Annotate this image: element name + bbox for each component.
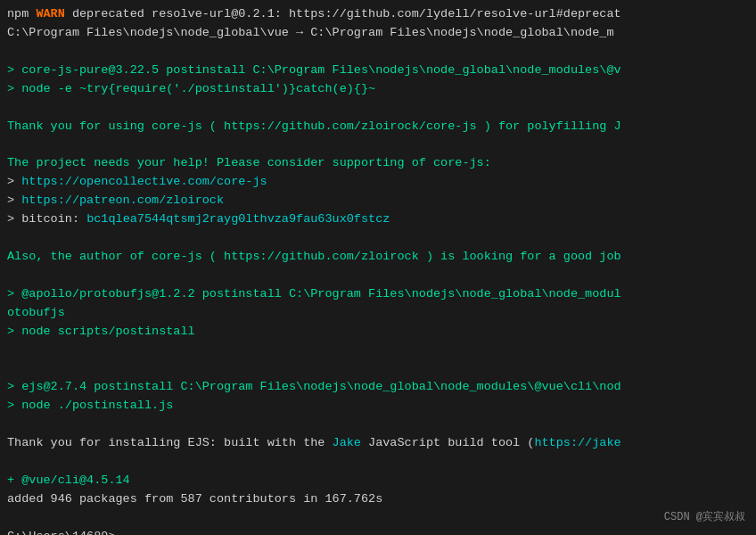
terminal-line: > @apollo/protobufjs@1.2.2 postinstall C…	[7, 285, 749, 304]
text-segment: >	[7, 175, 21, 188]
terminal-line: C:\Program Files\nodejs\node_global\vue …	[7, 24, 749, 43]
terminal-line: otobufjs	[7, 304, 749, 323]
terminal-line: > core-js-pure@3.22.5 postinstall C:\Pro…	[7, 62, 749, 80]
terminal-line	[7, 267, 749, 285]
terminal-line	[7, 229, 749, 248]
terminal-line: added 946 packages from 587 contributors…	[7, 490, 749, 509]
terminal-line: > node scripts/postinstall	[7, 323, 749, 342]
jake-link: Jake	[333, 436, 361, 449]
bitcoin-address: bc1qlea7544qtsmj2rayg0lthvza9fau63ux0fst…	[86, 212, 390, 226]
terminal-line	[7, 43, 749, 62]
terminal-line: > https://opencollective.com/core-js	[7, 173, 749, 192]
warn-badge: WARN	[36, 7, 64, 21]
jake-url: https://jake	[534, 436, 620, 449]
terminal-line: + @vue/cli@4.5.14	[7, 472, 749, 490]
terminal-line: npm WARN deprecated resolve-url@0.2.1: h…	[7, 5, 749, 24]
text-segment: deprecated resolve-url@0.2.1: https://gi…	[65, 7, 621, 21]
terminal-line	[7, 99, 749, 118]
terminal-line: > ejs@2.7.4 postinstall C:\Program Files…	[7, 378, 749, 397]
link-text: https://opencollective.com/core-js	[21, 175, 267, 188]
terminal-prompt-line: C:\Users\14689>	[7, 528, 749, 535]
terminal-line	[7, 136, 749, 154]
terminal-line: Thank you for using core-js ( https://gi…	[7, 118, 749, 136]
text-segment: npm	[7, 7, 36, 21]
terminal-line: > node -e ~try{require('./postinstall')}…	[7, 80, 749, 99]
text-segment: Thank you for installing EJS: built with…	[7, 436, 333, 449]
terminal-line	[7, 342, 749, 360]
terminal-output: npm WARN deprecated resolve-url@0.2.1: h…	[7, 5, 749, 535]
text-segment: >	[7, 193, 21, 207]
terminal-line	[7, 416, 749, 434]
text-segment: > bitcoin:	[7, 212, 86, 226]
terminal-line	[7, 509, 749, 528]
terminal-line: The project needs your help! Please cons…	[7, 154, 749, 173]
link-text: https://patreon.com/zloirock	[21, 193, 224, 207]
terminal-line	[7, 453, 749, 472]
terminal-line: Thank you for installing EJS: built with…	[7, 434, 749, 453]
terminal-line	[7, 360, 749, 379]
terminal-window: npm WARN deprecated resolve-url@0.2.1: h…	[0, 0, 756, 535]
terminal-line: Also, the author of core-js ( https://gi…	[7, 248, 749, 267]
watermark-text: CSDN @宾宾叔叔	[664, 509, 745, 526]
terminal-line: > node ./postinstall.js	[7, 397, 749, 416]
terminal-line: > bitcoin: bc1qlea7544qtsmj2rayg0lthvza9…	[7, 210, 749, 229]
terminal-line: > https://patreon.com/zloirock	[7, 192, 749, 210]
text-segment: JavaScript build tool (	[361, 436, 534, 449]
